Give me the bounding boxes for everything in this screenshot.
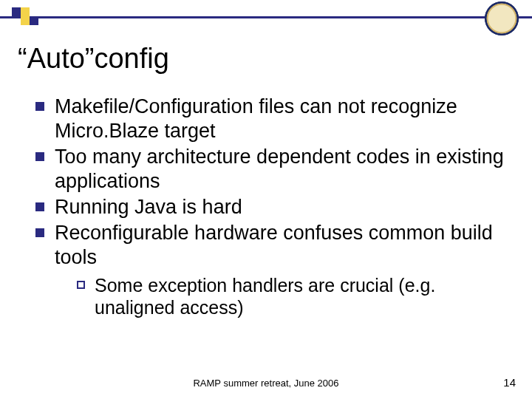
- bullet-text: Makefile/Configuration files can not rec…: [55, 95, 457, 142]
- sub-bullet-text: Some exception handlers are crucial (e.g…: [95, 275, 435, 318]
- slide-title: “Auto”config: [18, 43, 169, 75]
- header-rule: [0, 16, 532, 18]
- bullet-text: Reconfigurable hardware confuses common …: [55, 222, 493, 268]
- sub-bullet-list: Some exception handlers are crucial (e.g…: [77, 274, 514, 319]
- list-item: Reconfigurable hardware confuses common …: [35, 221, 514, 319]
- header-decoration: [12, 7, 30, 16]
- square-icon: [21, 16, 30, 25]
- bullet-text: Too many architecture dependent codes in…: [55, 146, 504, 192]
- bullet-list: Makefile/Configuration files can not rec…: [35, 95, 514, 319]
- bullet-text: Running Java is hard: [55, 196, 242, 218]
- list-item: Running Java is hard: [35, 195, 514, 219]
- list-item: Too many architecture dependent codes in…: [35, 145, 514, 194]
- list-item: Makefile/Configuration files can not rec…: [35, 95, 514, 143]
- footer-text: RAMP summer retreat, June 2006: [0, 378, 532, 389]
- slide-body: Makefile/Configuration files can not rec…: [35, 95, 514, 321]
- square-icon: [21, 7, 30, 16]
- square-icon: [30, 16, 38, 25]
- page-number: 14: [503, 376, 516, 389]
- list-item: Some exception handlers are crucial (e.g…: [77, 274, 514, 319]
- square-icon: [12, 7, 21, 16]
- seal-logo-icon: [485, 1, 519, 35]
